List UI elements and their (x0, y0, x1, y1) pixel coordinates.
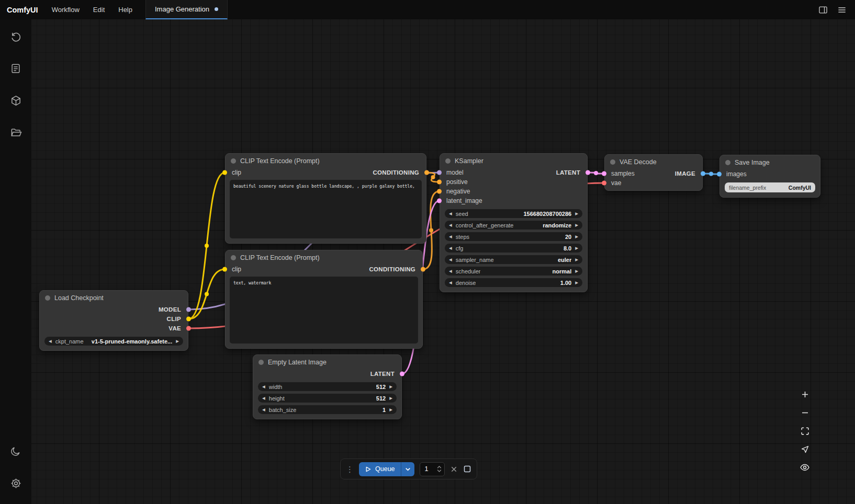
widget-ckpt_name[interactable]: ◀ckpt_namev1-5-pruned-emaonly.safete...▶ (44, 337, 183, 346)
widget-cfg[interactable]: ◀cfg8.0▶ (445, 244, 582, 253)
prompt-textarea[interactable]: text, watermark (230, 277, 418, 343)
increment-icon[interactable] (437, 466, 442, 468)
input-port-images[interactable] (717, 172, 722, 177)
zoom-out-icon[interactable] (797, 406, 812, 419)
input-port-latent_image[interactable] (437, 199, 442, 203)
collapse-dot-icon[interactable] (725, 160, 730, 165)
input-port-clip[interactable] (222, 170, 227, 175)
decrement-arrow-icon[interactable]: ◀ (262, 385, 265, 389)
collapse-dot-icon[interactable] (258, 360, 264, 365)
increment-arrow-icon[interactable]: ▶ (176, 339, 179, 343)
increment-arrow-icon[interactable]: ▶ (575, 246, 578, 250)
increment-arrow-icon[interactable]: ▶ (575, 212, 578, 216)
node-el[interactable]: Empty Latent ImageLATENT◀width512▶◀heigh… (253, 354, 402, 419)
node-library-icon[interactable] (5, 90, 26, 111)
increment-arrow-icon[interactable]: ▶ (389, 396, 392, 400)
collapse-dot-icon[interactable] (231, 255, 236, 260)
decrement-arrow-icon[interactable]: ◀ (449, 246, 452, 250)
node-header[interactable]: CLIP Text Encode (Prompt) (226, 154, 426, 168)
decrement-arrow-icon[interactable]: ◀ (449, 235, 452, 239)
widget-denoise[interactable]: ◀denoise1.00▶ (445, 278, 582, 287)
collapse-dot-icon[interactable] (445, 158, 451, 164)
pointer-icon[interactable] (797, 443, 812, 455)
output-port-CONDITIONING[interactable] (424, 170, 429, 175)
input-port-model[interactable] (437, 170, 442, 175)
input-port-positive[interactable] (437, 180, 442, 185)
menu-workflow[interactable]: Workflow (45, 0, 86, 19)
decrement-arrow-icon[interactable]: ◀ (449, 212, 452, 216)
decrement-arrow-icon[interactable]: ◀ (49, 339, 52, 343)
toggle-visibility-icon[interactable] (797, 461, 812, 474)
widget-control_after_generate[interactable]: ◀control_after_generaterandomize▶ (445, 221, 582, 230)
node-header[interactable]: Load Checkpoint (40, 291, 188, 305)
increment-arrow-icon[interactable]: ▶ (389, 385, 392, 389)
widget-width[interactable]: ◀width512▶ (258, 382, 397, 391)
collapse-dot-icon[interactable] (231, 158, 236, 164)
node-si[interactable]: Save Imageimagesfilename_prefixComfyUI (719, 155, 820, 198)
output-port-LATENT[interactable] (586, 170, 590, 175)
tab-image-generation[interactable]: Image Generation (145, 0, 228, 19)
node-header[interactable]: CLIP Text Encode (Prompt) (226, 250, 422, 265)
theme-moon-icon[interactable] (5, 441, 26, 462)
graph-canvas[interactable]: Load CheckpointMODELCLIPVAE◀ckpt_namev1-… (31, 19, 855, 504)
history-icon[interactable] (5, 26, 26, 47)
decrement-arrow-icon[interactable]: ◀ (262, 396, 265, 400)
widget-scheduler[interactable]: ◀schedulernormal▶ (445, 267, 582, 276)
output-port-CLIP[interactable] (186, 317, 191, 322)
output-port-CONDITIONING[interactable] (421, 267, 425, 272)
menu-edit[interactable]: Edit (86, 0, 111, 19)
prompt-textarea[interactable]: beautiful scenery nature glass bottle la… (230, 180, 422, 238)
node-header[interactable]: VAE Decode (605, 155, 702, 169)
input-port-negative[interactable] (437, 189, 442, 194)
increment-arrow-icon[interactable]: ▶ (575, 258, 578, 262)
widget-filename_prefix[interactable]: filename_prefixComfyUI (725, 182, 815, 192)
widget-sampler_name[interactable]: ◀sampler_nameeuler▶ (445, 255, 582, 264)
widget-batch_size[interactable]: ◀batch_size1▶ (258, 405, 397, 414)
node-ks[interactable]: KSamplermodelLATENTpositivenegativelaten… (440, 153, 588, 292)
decrement-arrow-icon[interactable]: ◀ (449, 223, 452, 227)
stop-button[interactable] (463, 465, 471, 473)
output-port-VAE[interactable] (186, 326, 191, 331)
queue-icon[interactable] (5, 58, 26, 79)
output-port-IMAGE[interactable] (701, 171, 705, 176)
workflows-icon[interactable] (5, 122, 26, 143)
decrement-arrow-icon[interactable]: ◀ (449, 258, 452, 262)
node-cp2[interactable]: CLIP Text Encode (Prompt)clipCONDITIONIN… (225, 250, 423, 349)
collapse-dot-icon[interactable] (45, 295, 50, 301)
increment-arrow-icon[interactable]: ▶ (575, 281, 578, 285)
input-port-vae[interactable] (602, 181, 606, 186)
drag-handle-icon[interactable]: ⋮ (346, 465, 354, 473)
input-port-samples[interactable] (602, 171, 606, 176)
settings-gear-icon[interactable] (5, 473, 26, 494)
node-lc[interactable]: Load CheckpointMODELCLIPVAE◀ckpt_namev1-… (39, 290, 188, 351)
node-vd[interactable]: VAE DecodesamplesIMAGEvae (604, 154, 703, 191)
menu-help[interactable]: Help (111, 0, 139, 19)
increment-arrow-icon[interactable]: ▶ (575, 269, 578, 273)
output-port-MODEL[interactable] (186, 307, 191, 312)
decrement-arrow-icon[interactable]: ◀ (449, 281, 452, 285)
queue-options-caret[interactable] (401, 462, 414, 476)
node-header[interactable]: Empty Latent Image (253, 355, 401, 369)
panel-toggle-icon[interactable] (814, 3, 832, 17)
widget-steps[interactable]: ◀steps20▶ (445, 232, 582, 241)
increment-arrow-icon[interactable]: ▶ (389, 408, 392, 412)
decrement-arrow-icon[interactable]: ◀ (262, 408, 265, 412)
increment-arrow-icon[interactable]: ▶ (575, 223, 578, 227)
queue-button[interactable]: Queue (359, 462, 414, 476)
collapse-dot-icon[interactable] (610, 159, 615, 165)
clear-queue-button[interactable] (450, 465, 458, 473)
increment-arrow-icon[interactable]: ▶ (575, 235, 578, 239)
fit-view-icon[interactable] (797, 425, 812, 437)
node-header[interactable]: KSampler (440, 154, 587, 168)
queue-button-main[interactable]: Queue (359, 462, 401, 476)
output-port-LATENT[interactable] (400, 372, 404, 376)
zoom-in-icon[interactable] (797, 388, 812, 400)
decrement-arrow-icon[interactable]: ◀ (449, 269, 452, 273)
widget-height[interactable]: ◀height512▶ (258, 394, 397, 403)
batch-count-input[interactable]: 1 (420, 462, 445, 476)
input-port-clip[interactable] (222, 267, 227, 272)
node-cp1[interactable]: CLIP Text Encode (Prompt)clipCONDITIONIN… (225, 153, 426, 244)
node-header[interactable]: Save Image (720, 155, 820, 169)
hamburger-menu-icon[interactable] (833, 3, 851, 17)
decrement-icon[interactable] (437, 469, 442, 472)
